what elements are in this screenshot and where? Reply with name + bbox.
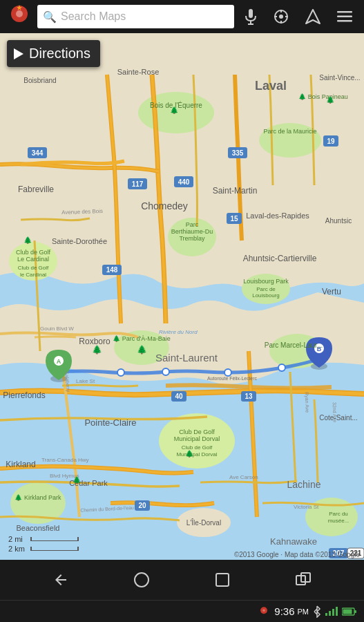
svg-text:Parc de: Parc de (256, 286, 276, 292)
svg-text:Club de Golf: Club de Golf (18, 265, 49, 271)
map-container[interactable]: A B 344 117 440 335 19 15 40 (0, 33, 364, 560)
nav-buttons (0, 560, 364, 600)
map-attribution: ©2013 Google · Map data ©2013 Google (234, 551, 360, 558)
svg-text:Pierrefonds: Pierrefonds (3, 390, 45, 400)
search-input[interactable]: Search Maps (61, 10, 229, 23)
multiwindow-button[interactable] (286, 563, 320, 597)
svg-rect-128 (216, 574, 229, 586)
bottom-bar: 9:36 PM (0, 560, 364, 622)
svg-text:Saint-Vince...: Saint-Vince... (319, 74, 360, 82)
search-icon: 🔍 (43, 10, 57, 23)
svg-point-30 (224, 369, 231, 376)
directions-arrow-icon (14, 48, 23, 59)
svg-text:Rivière du Nord: Rivière du Nord (159, 329, 198, 335)
svg-text:Ahuntsic: Ahuntsic (325, 217, 352, 225)
svg-text:Beaconsfield: Beaconsfield (17, 524, 60, 532)
directions-button[interactable]: Directions (7, 40, 100, 67)
svg-text:Parc Marcel-Laur...: Parc Marcel-Laur... (265, 341, 323, 349)
svg-text:🌲: 🌲 (137, 344, 147, 355)
svg-text:Sainte-Rose: Sainte-Rose (117, 68, 160, 76)
svg-text:🌲: 🌲 (23, 236, 32, 245)
svg-text:148: 148 (106, 266, 118, 274)
svg-text:20: 20 (138, 502, 146, 509)
svg-text:Club de Golf: Club de Golf (16, 249, 51, 256)
svg-point-29 (162, 368, 169, 375)
svg-text:Saint-Laurent: Saint-Laurent (155, 352, 218, 364)
ampm-display: PM (298, 607, 309, 616)
svg-text:Municipal Dorval: Municipal Dorval (176, 451, 217, 458)
map-svg: A B 344 117 440 335 19 15 40 (0, 33, 364, 560)
svg-rect-14 (337, 16, 352, 18)
svg-text:🌲: 🌲 (92, 344, 102, 355)
mic-button[interactable] (238, 4, 263, 29)
svg-rect-3 (249, 9, 253, 18)
recents-button[interactable] (205, 563, 240, 597)
scale-mi-bar (30, 537, 79, 541)
svg-text:Louisbourg Park: Louisbourg Park (243, 278, 289, 285)
svg-text:440: 440 (178, 178, 190, 186)
app-logo (6, 3, 33, 30)
scale-mi-label: 2 mi (8, 535, 28, 543)
svg-text:344: 344 (32, 149, 44, 157)
svg-text:🌲 Bois Papineau: 🌲 Bois Papineau (298, 93, 348, 101)
svg-rect-15 (337, 20, 352, 22)
svg-point-127 (135, 573, 149, 587)
svg-text:32nd Ave: 32nd Ave (332, 402, 338, 422)
svg-text:🌲 Kirkland Park: 🌲 Kirkland Park (15, 493, 61, 502)
svg-text:le Cardinal: le Cardinal (20, 272, 46, 278)
time-display: 9:36 (274, 605, 294, 617)
svg-text:19: 19 (327, 138, 335, 145)
svg-text:🌲: 🌲 (326, 95, 335, 104)
svg-text:Chomedey: Chomedey (141, 200, 188, 211)
svg-text:Pointe-Claire: Pointe-Claire (84, 417, 136, 428)
svg-text:Berthiaume-Du: Berthiaume-Du (171, 228, 213, 235)
svg-point-7 (279, 15, 283, 19)
battery-icon (342, 607, 357, 616)
svg-text:Municipal Dorval: Municipal Dorval (174, 435, 220, 442)
svg-text:Autoroute Félix-Leclerc: Autoroute Félix-Leclerc (207, 376, 257, 381)
top-bar: 🔍 Search Maps (0, 0, 364, 33)
svg-text:🌲: 🌲 (73, 475, 82, 484)
svg-text:Le Cardinal: Le Cardinal (17, 256, 49, 263)
svg-text:L'Île-Dorval: L'Île-Dorval (186, 518, 221, 527)
svg-text:Laval-des-Rapides: Laval-des-Rapides (246, 211, 309, 220)
maps-status-icon (258, 605, 270, 618)
svg-text:Lake St: Lake St (76, 378, 95, 384)
home-button[interactable] (124, 563, 159, 597)
svg-text:Tremblay: Tremblay (179, 235, 205, 242)
location-button[interactable] (267, 3, 295, 30)
back-button[interactable] (44, 563, 78, 597)
svg-text:Vertu: Vertu (322, 287, 341, 296)
svg-text:117: 117 (132, 180, 144, 188)
scale-km-bar (30, 547, 79, 551)
search-box[interactable]: 🔍 Search Maps (37, 5, 234, 28)
svg-text:A: A (57, 358, 61, 365)
svg-text:🌲: 🌲 (170, 106, 179, 115)
svg-text:Victoria St: Victoria St (294, 504, 319, 510)
svg-text:musée...: musée... (328, 518, 349, 524)
svg-text:Club De Golf: Club De Golf (179, 428, 215, 435)
svg-text:Fabreville: Fabreville (18, 185, 54, 194)
svg-point-28 (117, 369, 124, 376)
svg-text:15: 15 (230, 215, 238, 223)
bluetooth-icon (313, 605, 321, 618)
svg-text:Kirkland: Kirkland (6, 460, 35, 469)
svg-text:Cote-Saint...: Cote-Saint... (319, 414, 358, 422)
svg-text:Louisbourg: Louisbourg (252, 292, 280, 299)
svg-text:Parc: Parc (186, 221, 199, 228)
svg-text:Parc de la Mauricie: Parc de la Mauricie (263, 128, 316, 135)
svg-marker-12 (306, 10, 320, 23)
svg-text:Saint-Martin: Saint-Martin (213, 186, 258, 196)
menu-button[interactable] (331, 3, 358, 30)
svg-rect-135 (354, 610, 356, 613)
navigate-button[interactable] (299, 3, 327, 30)
svg-text:Boisbriand: Boisbriand (23, 77, 56, 84)
status-bar: 9:36 PM (0, 600, 364, 622)
directions-label: Directions (29, 46, 90, 62)
svg-text:🌲: 🌲 (185, 449, 194, 458)
svg-text:🌲 Parc d'À-Ma-Baie: 🌲 Parc d'À-Ma-Baie (113, 334, 171, 343)
scale-km-label: 2 km (8, 545, 28, 553)
svg-text:Ave Carson: Ave Carson (229, 474, 258, 480)
svg-rect-13 (337, 11, 352, 13)
svg-text:Parc du: Parc du (329, 511, 348, 517)
